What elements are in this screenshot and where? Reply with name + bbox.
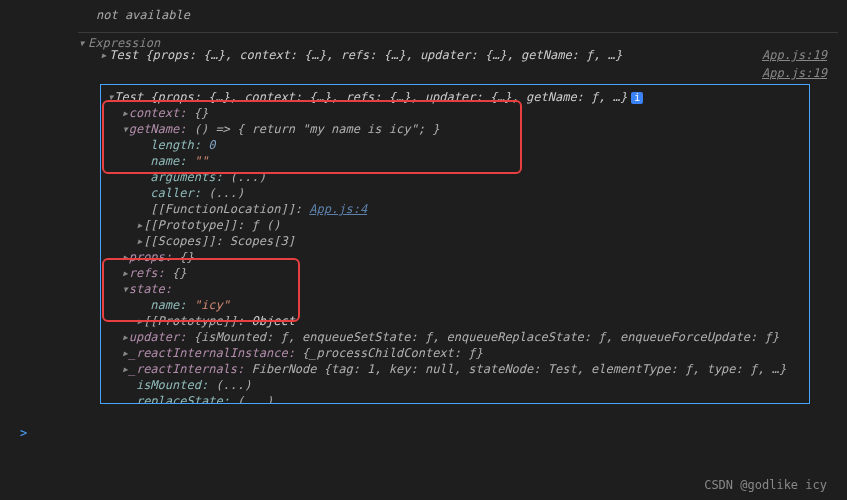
prop-ismounted[interactable]: isMounted: (...) — [107, 377, 803, 393]
prop-caller[interactable]: caller: (...) — [107, 185, 803, 201]
prop-state[interactable]: ▾state: — [107, 281, 803, 297]
chevron-right-icon: ▸ — [121, 106, 128, 120]
console-log-row[interactable]: ▸Test {props: {…}, context: {…}, refs: {… — [100, 48, 827, 62]
prop-function-location[interactable]: [[FunctionLocation]]: App.js:4 — [107, 201, 803, 217]
prop-context[interactable]: ▸context: {} — [107, 105, 803, 121]
log-summary: Test {props: {…}, context: {…}, refs: {…… — [109, 48, 622, 62]
prop-getname[interactable]: ▾getName: () => { return "my name is icy… — [107, 121, 803, 137]
chevron-right-icon: ▸ — [121, 346, 128, 360]
prop-replacestate[interactable]: replaceState: (...) — [107, 393, 803, 404]
prop-arguments[interactable]: arguments: (...) — [107, 169, 803, 185]
prop-state-prototype[interactable]: ▸[[Prototype]]: Object — [107, 313, 803, 329]
prop-props[interactable]: ▸props: {} — [107, 249, 803, 265]
chevron-right-icon: ▸ — [100, 48, 107, 62]
prop-scopes[interactable]: ▸[[Scopes]]: Scopes[3] — [107, 233, 803, 249]
chevron-down-icon: ▾ — [78, 36, 88, 50]
chevron-down-icon: ▾ — [121, 282, 128, 296]
prop-updater[interactable]: ▸updater: {isMounted: ƒ, enqueueSetState… — [107, 329, 803, 345]
prop-name[interactable]: name: "" — [107, 153, 803, 169]
chevron-right-icon: ▸ — [121, 362, 128, 376]
source-link[interactable]: App.js:19 — [762, 66, 827, 80]
console-prompt[interactable]: > — [20, 426, 27, 440]
prop-react-internal-instance[interactable]: ▸_reactInternalInstance: {_processChildC… — [107, 345, 803, 361]
watermark: CSDN @godlike icy — [704, 478, 827, 492]
prop-refs[interactable]: ▸refs: {} — [107, 265, 803, 281]
source-link[interactable]: App.js:4 — [309, 202, 367, 216]
chevron-right-icon: ▸ — [121, 266, 128, 280]
prop-length[interactable]: length: 0 — [107, 137, 803, 153]
expanded-object-panel: ▾Test {props: {…}, context: {…}, refs: {… — [100, 84, 810, 404]
status-message: not available — [96, 8, 190, 22]
info-icon[interactable]: i — [631, 92, 643, 104]
source-link[interactable]: App.js:19 — [762, 48, 827, 62]
chevron-right-icon: ▸ — [121, 330, 128, 344]
object-header-row[interactable]: ▾Test {props: {…}, context: {…}, refs: {… — [107, 89, 803, 105]
prop-prototype[interactable]: ▸[[Prototype]]: ƒ () — [107, 217, 803, 233]
prop-state-name[interactable]: name: "icy" — [107, 297, 803, 313]
chevron-down-icon: ▾ — [121, 122, 128, 136]
chevron-right-icon: ▸ — [121, 250, 128, 264]
prop-react-internals[interactable]: ▸_reactInternals: FiberNode {tag: 1, key… — [107, 361, 803, 377]
